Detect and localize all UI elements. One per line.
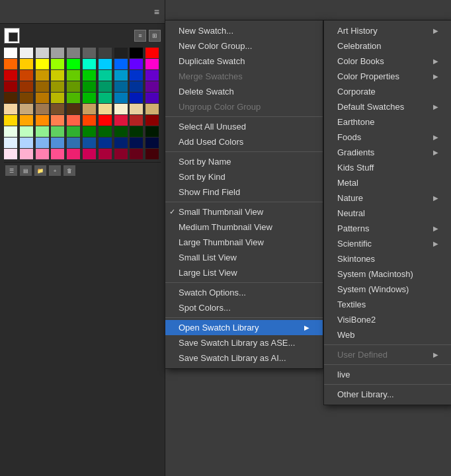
submenu-item-other-library[interactable]: Other Library... <box>324 387 451 402</box>
swatch-cell[interactable] <box>145 93 159 103</box>
new-color-group-icon[interactable]: 📁 <box>34 165 46 176</box>
swatch-cell[interactable] <box>99 70 112 81</box>
swatch-cell[interactable] <box>36 59 49 69</box>
swatch-cell[interactable] <box>130 149 143 159</box>
swatch-cell[interactable] <box>36 93 49 103</box>
foreground-background-color[interactable] <box>4 28 20 44</box>
menu-item-swatch-options[interactable]: Swatch Options... <box>165 285 323 300</box>
swatch-cell[interactable] <box>83 70 96 81</box>
swatch-cell[interactable] <box>99 138 112 148</box>
swatch-cell[interactable] <box>130 93 143 103</box>
swatch-cell[interactable] <box>145 149 159 159</box>
new-swatch-icon[interactable]: + <box>49 165 61 176</box>
swatch-cell[interactable] <box>20 138 33 148</box>
swatch-cell[interactable] <box>114 70 128 81</box>
swatch-cell[interactable] <box>20 48 33 58</box>
swatch-cell[interactable] <box>36 138 49 148</box>
swatch-cell[interactable] <box>67 70 80 81</box>
submenu-item-art-history[interactable]: Art History▶ <box>324 23 451 38</box>
swatch-cell[interactable] <box>67 104 80 114</box>
list-view-icon[interactable]: ≡ <box>134 30 146 42</box>
swatch-cell[interactable] <box>83 104 96 114</box>
swatch-cell[interactable] <box>51 115 64 126</box>
swatch-cell[interactable] <box>99 149 112 159</box>
swatch-cell[interactable] <box>83 59 96 69</box>
swatch-cell[interactable] <box>4 126 17 137</box>
swatch-cell[interactable] <box>36 126 49 137</box>
swatch-cell[interactable] <box>51 126 64 137</box>
swatch-cell[interactable] <box>51 93 64 103</box>
swatch-cell[interactable] <box>114 81 128 92</box>
swatch-cell[interactable] <box>36 149 49 159</box>
menu-item-duplicate-swatch[interactable]: Duplicate Swatch <box>165 54 323 69</box>
submenu-item-corporate[interactable]: Corporate <box>324 84 451 99</box>
panel-menu-icon[interactable]: ≡ <box>154 7 159 17</box>
swatch-cell[interactable] <box>51 104 64 114</box>
swatch-cell[interactable] <box>20 104 33 114</box>
swatch-cell[interactable] <box>83 138 96 148</box>
swatch-cell[interactable] <box>145 59 159 69</box>
swatch-cell[interactable] <box>20 70 33 81</box>
menu-item-save-ai[interactable]: Save Swatch Library as AI... <box>165 350 323 366</box>
swatch-cell[interactable] <box>4 138 17 148</box>
submenu-item-web[interactable]: Web <box>324 327 451 342</box>
swatch-cell[interactable] <box>67 149 80 159</box>
swatch-cell[interactable] <box>145 81 159 92</box>
swatch-cell[interactable] <box>4 115 17 126</box>
swatch-cell[interactable] <box>130 59 143 69</box>
swatch-cell[interactable] <box>51 149 64 159</box>
swatch-cell[interactable] <box>83 93 96 103</box>
swatch-cell[interactable] <box>99 104 112 114</box>
swatch-cell[interactable] <box>20 126 33 137</box>
submenu-item-system-mac[interactable]: System (Macintosh) <box>324 266 451 282</box>
swatch-cell[interactable] <box>145 115 159 126</box>
swatch-cell[interactable] <box>20 81 33 92</box>
swatch-cell[interactable] <box>4 149 17 159</box>
menu-item-sort-by-name[interactable]: Sort by Name <box>165 154 323 169</box>
swatch-cell[interactable] <box>130 104 143 114</box>
swatch-cell[interactable] <box>145 48 159 58</box>
swatch-cell[interactable] <box>114 104 128 114</box>
swatch-cell[interactable] <box>36 81 49 92</box>
grid-view-icon[interactable]: ⊞ <box>149 30 161 42</box>
swatch-cell[interactable] <box>130 115 143 126</box>
submenu-item-metal[interactable]: Metal <box>324 175 451 190</box>
menu-item-save-ase[interactable]: Save Swatch Library as ASE... <box>165 335 323 350</box>
delete-swatch-icon[interactable]: 🗑 <box>63 165 75 176</box>
submenu-item-live[interactable]: live <box>324 367 451 382</box>
submenu-item-neutral[interactable]: Neutral <box>324 206 451 221</box>
swatch-cell[interactable] <box>4 48 17 58</box>
swatch-cell[interactable] <box>67 126 80 137</box>
swatch-cell[interactable] <box>51 138 64 148</box>
menu-item-large-thumbnail[interactable]: Large Thumbnail View <box>165 235 323 250</box>
submenu-item-patterns[interactable]: Patterns▶ <box>324 221 451 236</box>
menu-item-new-swatch[interactable]: New Swatch... <box>165 23 323 38</box>
swatch-cell[interactable] <box>51 81 64 92</box>
submenu-item-gradients[interactable]: Gradients▶ <box>324 145 451 160</box>
swatch-cell[interactable] <box>83 81 96 92</box>
swatch-cell[interactable] <box>20 93 33 103</box>
menu-item-delete-swatch[interactable]: Delete Swatch <box>165 84 323 99</box>
swatch-cell[interactable] <box>67 59 80 69</box>
swatch-cell[interactable] <box>20 149 33 159</box>
swatch-cell[interactable] <box>114 93 128 103</box>
menu-item-select-all-unused[interactable]: Select All Unused <box>165 119 323 134</box>
menu-item-large-list[interactable]: Large List View <box>165 265 323 280</box>
swatch-cell[interactable] <box>99 81 112 92</box>
swatch-cell[interactable] <box>4 93 17 103</box>
swatch-cell[interactable] <box>20 115 33 126</box>
swatch-cell[interactable] <box>67 48 80 58</box>
submenu-item-textiles[interactable]: Textiles <box>324 297 451 312</box>
swatch-cell[interactable] <box>36 104 49 114</box>
swatch-cell[interactable] <box>145 70 159 81</box>
swatch-cell[interactable] <box>114 59 128 69</box>
swatch-cell[interactable] <box>99 59 112 69</box>
swatch-cell[interactable] <box>99 126 112 137</box>
submenu-item-color-books[interactable]: Color Books▶ <box>324 54 451 69</box>
swatch-cell[interactable] <box>67 93 80 103</box>
swatch-cell[interactable] <box>145 104 159 114</box>
swatch-cell[interactable] <box>130 81 143 92</box>
swatch-cell[interactable] <box>114 149 128 159</box>
submenu-item-color-properties[interactable]: Color Properties▶ <box>324 69 451 84</box>
swatch-cell[interactable] <box>145 138 159 148</box>
